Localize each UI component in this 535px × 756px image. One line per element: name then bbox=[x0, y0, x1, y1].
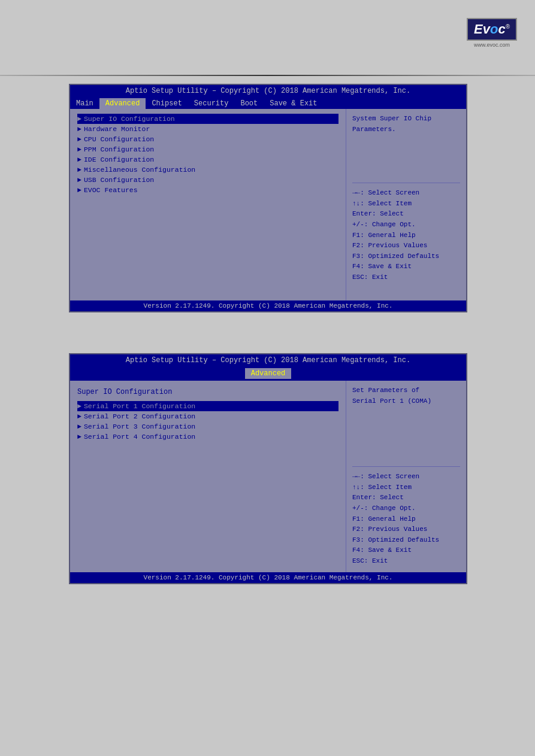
bios-help-description-1: System Super IO ChipParameters. bbox=[352, 114, 460, 135]
arrow-icon: ► bbox=[77, 402, 81, 410]
brand-logo: Evoc® bbox=[467, 18, 517, 41]
arrow-icon: ► bbox=[77, 423, 81, 430]
arrow-icon: ► bbox=[77, 433, 81, 441]
menu-item-label: EVOC Features bbox=[84, 186, 138, 194]
bios-right-panel-2: Set Parameters ofSerial Port 1 (COMA) →←… bbox=[346, 381, 466, 572]
menu-item-label: USB Configuration bbox=[84, 176, 154, 184]
menu-item-serial-port-3[interactable]: ► Serial Port 3 Configuration bbox=[77, 421, 338, 432]
bios-help-description-2: Set Parameters ofSerial Port 1 (COMA) bbox=[352, 385, 460, 406]
bios-key-help-1: →←: Select Screen ↑↓: Select Item Enter:… bbox=[352, 188, 460, 283]
menu-item-ide-config[interactable]: ► IDE Configuration bbox=[77, 154, 338, 165]
menu-item-evoc-features[interactable]: ► EVOC Features bbox=[77, 185, 338, 195]
bios-tab-bar-2: Advanced bbox=[70, 366, 466, 381]
tab-main[interactable]: Main bbox=[70, 98, 99, 109]
arrow-icon: ► bbox=[77, 166, 81, 174]
bios-left-panel-1: ► Super IO Configuration ► Hardware Moni… bbox=[70, 109, 346, 300]
menu-item-hardware-monitor[interactable]: ► Hardware Monitor bbox=[77, 124, 338, 134]
bios-help-divider-1 bbox=[352, 183, 460, 183]
menu-item-label: Serial Port 1 Configuration bbox=[84, 402, 195, 410]
bios-right-panel-1: System Super IO ChipParameters. →←: Sele… bbox=[346, 109, 466, 300]
menu-item-label: PPM Configuration bbox=[84, 145, 154, 153]
arrow-icon: ► bbox=[77, 156, 81, 163]
menu-item-ppm-config[interactable]: ► PPM Configuration bbox=[77, 144, 338, 154]
arrow-icon: ► bbox=[77, 135, 81, 143]
logo-registered: ® bbox=[506, 23, 510, 30]
arrow-icon: ► bbox=[77, 186, 81, 194]
menu-item-label: CPU Configuration bbox=[84, 135, 154, 143]
tab-boot[interactable]: Boot bbox=[234, 98, 264, 109]
menu-item-label: Serial Port 4 Configuration bbox=[84, 433, 195, 441]
bios-version-1: Version 2.17.1249. Copyright (C) 2018 Am… bbox=[70, 300, 466, 311]
arrow-icon: ► bbox=[77, 412, 81, 420]
menu-item-usb-config[interactable]: ► USB Configuration bbox=[77, 175, 338, 185]
menu-item-label: Miscellaneous Configuration bbox=[84, 166, 195, 174]
tab-chipset[interactable]: Chipset bbox=[146, 98, 188, 109]
menu-item-misc-config[interactable]: ► Miscellaneous Configuration bbox=[77, 165, 338, 175]
arrow-icon: ► bbox=[77, 145, 81, 153]
bios-help-divider-2 bbox=[352, 466, 460, 467]
tab-save-exit[interactable]: Save & Exit bbox=[264, 98, 323, 109]
bios-title-1: Aptio Setup Utility – Copyright (C) 2018… bbox=[70, 85, 466, 97]
menu-item-label: IDE Configuration bbox=[84, 156, 154, 163]
arrow-icon: ► bbox=[77, 125, 81, 133]
arrow-icon: ► bbox=[77, 115, 81, 123]
logo-url: www.evoc.com bbox=[467, 42, 517, 48]
bios-section-title-2: Super IO Configuration bbox=[77, 385, 338, 401]
bios-left-panel-2: Super IO Configuration ► Serial Port 1 C… bbox=[70, 381, 346, 572]
bios-key-help-2: →←: Select Screen ↑↓: Select Item Enter:… bbox=[352, 472, 460, 566]
menu-item-serial-port-4[interactable]: ► Serial Port 4 Configuration bbox=[77, 432, 338, 442]
logo-area: Evoc® www.evoc.com bbox=[467, 18, 517, 48]
tab-advanced[interactable]: Advanced bbox=[99, 98, 146, 109]
menu-item-serial-port-2[interactable]: ► Serial Port 2 Configuration bbox=[77, 411, 338, 421]
bios-content-1: ► Super IO Configuration ► Hardware Moni… bbox=[70, 109, 466, 300]
arrow-icon: ► bbox=[77, 176, 81, 184]
bios-version-2: Version 2.17.1249. Copyright (C) 2018 Am… bbox=[70, 572, 466, 583]
menu-item-label: Serial Port 3 Configuration bbox=[84, 423, 195, 430]
menu-item-super-io[interactable]: ► Super IO Configuration bbox=[77, 114, 338, 124]
bios-title-2: Aptio Setup Utility – Copyright (C) 2018… bbox=[70, 354, 466, 366]
menu-item-serial-port-1[interactable]: ► Serial Port 1 Configuration bbox=[77, 401, 338, 411]
menu-item-label: Serial Port 2 Configuration bbox=[84, 412, 195, 420]
tab-advanced-2[interactable]: Advanced bbox=[245, 368, 292, 379]
logo-divider bbox=[0, 75, 535, 76]
bios-content-2: Super IO Configuration ► Serial Port 1 C… bbox=[70, 381, 466, 572]
menu-item-label: Hardware Monitor bbox=[84, 125, 150, 133]
bios-screen-2: Aptio Setup Utility – Copyright (C) 2018… bbox=[69, 353, 467, 584]
bios-screen-1: Aptio Setup Utility – Copyright (C) 2018… bbox=[69, 84, 467, 312]
tab-security[interactable]: Security bbox=[188, 98, 235, 109]
menu-item-label: Super IO Configuration bbox=[84, 115, 175, 123]
menu-item-cpu-config[interactable]: ► CPU Configuration bbox=[77, 134, 338, 144]
logo-text: Evoc® bbox=[474, 22, 510, 37]
bios-tabs-1: Main Advanced Chipset Security Boot Save… bbox=[70, 97, 466, 109]
